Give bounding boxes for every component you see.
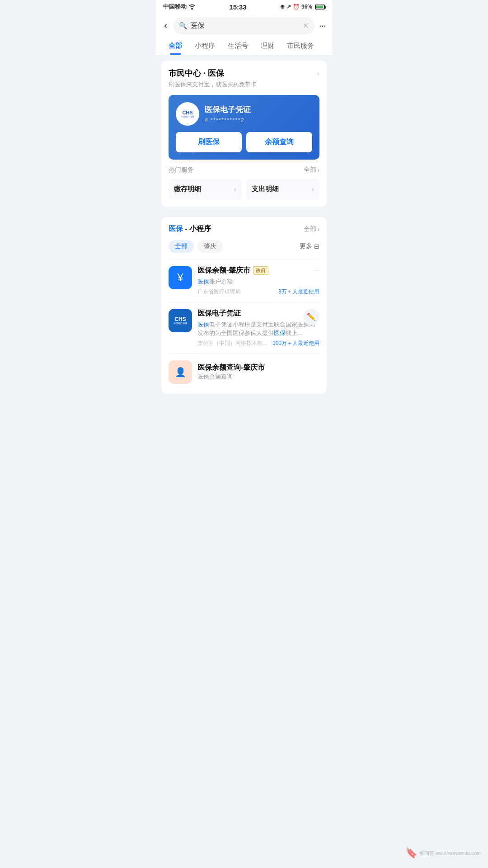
app-info-ecert: 医保电子凭证 医保电子凭证小程序是支付宝联合国家医保局发布的为全国医保参保人提供… [197,309,319,347]
civic-arrow-icon[interactable]: › [317,69,319,78]
app-usage-ecert: 300万＋人最近使用 [272,340,319,347]
services-grid: 缴存明细 › 支出明细 › [169,179,319,200]
service-item-deposit[interactable]: 缴存明细 › [169,179,242,200]
app-icon-zhaoqing: 👤 [169,360,192,384]
app-name-row-ecert: 医保电子凭证 [197,309,319,318]
balance-query-button[interactable]: 余额查询 [246,132,312,152]
search-tabs: 全部 小程序 生活号 理财 市民服务 [156,34,332,55]
civic-center-card: 市民中心 · 医保 › 刷医保来支付宝，就医买药免带卡 CHS 中国医疗保障 医… [161,61,327,207]
app-name-ecert: 医保电子凭证 [197,309,241,318]
mini-all-arrow: › [317,226,319,233]
app-icon-yuan: ¥ [169,266,192,289]
ecert-header: CHS 中国医疗保障 医保电子凭证 4 ***********2 [176,102,312,126]
hot-services-header: 热门服务 全部 › [169,166,319,174]
ecert-buttons: 刷医保 余额查询 [176,132,312,152]
app-provider-ecert: 支付宝（中国）网络技术有... [197,340,267,347]
battery-icon [315,5,325,9]
mini-section-all[interactable]: 全部 › [304,225,319,233]
app-desc-zhaoqing: 医保余额查询 [197,373,319,381]
service-arrow-icon-2: › [312,185,314,193]
search-icon: 🔍 [179,22,188,30]
back-button[interactable]: ‹ [162,19,169,33]
filter-zhaoqing[interactable]: 肇庆 [197,240,223,253]
search-bar[interactable]: 🔍 医保 ✕ [174,17,314,34]
status-time: 15:33 [229,3,246,11]
tab-all[interactable]: 全部 [162,39,188,55]
status-left: 中国移动 [163,3,196,11]
filter-row: 全部 肇庆 更多 ⊟ [169,240,319,253]
civic-card-header: 市民中心 · 医保 › [169,68,319,79]
app-name-zhaoqing: 医保余额查询-肇庆市 [197,363,319,373]
filter-all[interactable]: 全部 [169,240,194,253]
app-name: 医保余额-肇庆市 [197,266,250,275]
alarm-icon: ⏰ [293,4,300,10]
header: ‹ 🔍 医保 ✕ ··· [156,14,332,34]
app-desc: 医保账户余额 [197,277,319,286]
app-more-button[interactable]: ··· [314,266,319,275]
hot-all-arrow: › [317,166,319,174]
filter-funnel-icon: ⊟ [314,243,319,250]
tab-life[interactable]: 生活号 [221,39,254,55]
search-clear-button[interactable]: ✕ [302,21,309,31]
service-item-expense[interactable]: 支出明细 › [246,179,319,200]
app-item-zhaoqing: 👤 医保余额查询-肇庆市 医保余额查询 [169,354,319,387]
battery-label: 96% [301,4,312,10]
more-button[interactable]: ··· [319,20,326,32]
mini-programs-section: 医保 - 小程序 全部 › 全部 肇庆 更多 ⊟ ¥ 医保余额-肇庆市 [161,217,327,394]
status-bar: 中国移动 15:33 ⊕ ↗ ⏰ 96% [156,0,332,14]
hot-services-title: 热门服务 [169,166,194,174]
mini-section-header: 医保 - 小程序 全部 › [169,224,319,234]
app-edit-button[interactable]: ✏️ [303,309,319,325]
status-right: ⊕ ↗ ⏰ 96% [280,4,325,10]
tab-mini[interactable]: 小程序 [188,39,221,55]
section-gap [161,212,327,217]
mini-section-title: 医保 - 小程序 [169,224,211,234]
app-provider: 广东省医疗保障局 [197,288,241,296]
filter-more-button[interactable]: 更多 ⊟ [300,242,319,250]
mini-title-suffix: - 小程序 [183,225,211,232]
carrier-label: 中国移动 [163,3,187,11]
nav-icon: ↗ [286,4,291,10]
service-arrow-icon: › [234,185,236,193]
ecert-name: 医保电子凭证 [205,104,312,115]
mini-title-highlight: 医保 [169,225,183,232]
app-item-yuane: ¥ 医保余额-肇庆市 政府 医保账户余额 广东省医疗保障局 9万＋人最近使用 ·… [169,259,319,302]
wifi-icon [188,3,196,11]
app-item-ecert: CHS 中国医疗保障 医保电子凭证 医保电子凭证小程序是支付宝联合国家医保局发布… [169,302,319,354]
ecert-info: 医保电子凭证 4 ***********2 [205,104,312,123]
swipe-card-button[interactable]: 刷医保 [176,132,242,152]
hot-services-all[interactable]: 全部 › [304,166,319,174]
civic-card-title: 市民中心 · 医保 [169,68,224,79]
app-icon-chs: CHS 中国医疗保障 [169,309,192,332]
civic-card-subtitle: 刷医保来支付宝，就医买药免带卡 [169,80,319,89]
chs-logo: CHS 中国医疗保障 [176,102,199,126]
app-info-zhaoqing: 医保余额查询-肇庆市 医保余额查询 [197,363,319,381]
ecert-card: CHS 中国医疗保障 医保电子凭证 4 ***********2 刷医保 余额查… [169,95,319,160]
gov-badge: 政府 [253,266,268,275]
edit-icon: ✏️ [307,312,316,321]
search-query: 医保 [190,21,299,31]
tab-civic[interactable]: 市民服务 [281,39,320,55]
ecert-number: 4 ***********2 [205,117,312,123]
main-content: 市民中心 · 医保 › 刷医保来支付宝，就医买药免带卡 CHS 中国医疗保障 医… [156,55,332,399]
app-name-row: 医保余额-肇庆市 政府 [197,266,319,275]
app-provider-row-ecert: 支付宝（中国）网络技术有... 300万＋人最近使用 [197,340,319,347]
location-icon: ⊕ [280,4,285,10]
app-info-yuane: 医保余额-肇庆市 政府 医保账户余额 广东省医疗保障局 9万＋人最近使用 [197,266,319,296]
app-provider-row: 广东省医疗保障局 9万＋人最近使用 [197,288,319,296]
app-usage: 9万＋人最近使用 [278,288,319,296]
tab-finance[interactable]: 理财 [254,39,281,55]
app-desc-ecert: 医保电子凭证小程序是支付宝联合国家医保局发布的为全国医保参保人提供医保线上... [197,320,319,338]
